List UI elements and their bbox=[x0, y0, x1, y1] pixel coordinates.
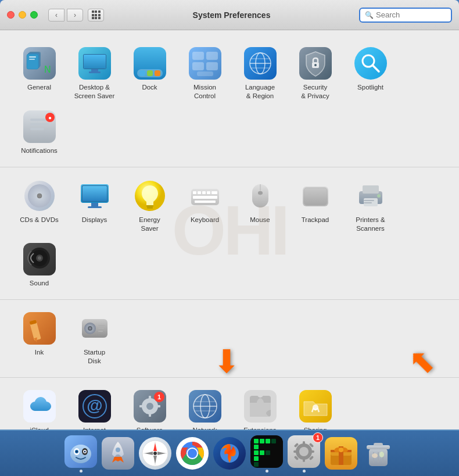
pref-item-sound[interactable]: Sound bbox=[12, 238, 67, 292]
cds-icon bbox=[23, 179, 56, 213]
energy-icon bbox=[133, 179, 167, 213]
pref-item-ink[interactable]: Ink bbox=[12, 307, 67, 362]
svg-rect-186 bbox=[293, 450, 298, 453]
svg-point-44 bbox=[37, 194, 42, 198]
pref-item-software-update[interactable]: 1 SoftwareUpdate bbox=[122, 385, 177, 430]
pref-item-cds[interactable]: CDs & DVDs bbox=[12, 174, 67, 229]
svg-point-146 bbox=[70, 445, 91, 463]
svg-rect-4 bbox=[29, 56, 36, 58]
search-input[interactable] bbox=[376, 10, 446, 19]
maximize-button[interactable] bbox=[30, 11, 38, 19]
search-box[interactable]: 🔍 bbox=[359, 8, 452, 23]
pref-item-dock[interactable]: Dock bbox=[122, 42, 177, 96]
pref-item-icloud[interactable]: iCloud bbox=[12, 385, 67, 430]
pref-item-security[interactable]: Security& Privacy bbox=[288, 42, 343, 105]
dock-item-proxyman[interactable] bbox=[250, 435, 284, 473]
sound-label: Sound bbox=[30, 279, 49, 288]
svg-point-84 bbox=[89, 327, 91, 330]
svg-rect-55 bbox=[198, 191, 201, 194]
pref-row-internet: iCloud @ InternetAccounts bbox=[12, 385, 447, 430]
notifications-icon: ● bbox=[23, 110, 56, 144]
svg-rect-86 bbox=[98, 328, 104, 329]
displays-icon bbox=[78, 179, 112, 213]
notifications-label: Notifications bbox=[21, 146, 58, 155]
forward-button[interactable]: › bbox=[67, 9, 83, 22]
pref-item-sharing[interactable]: Sharing bbox=[288, 385, 343, 430]
dock-item-chrome[interactable] bbox=[175, 436, 209, 470]
icloud-icon bbox=[23, 389, 56, 423]
printers-icon bbox=[354, 179, 388, 213]
mouse-label: Mouse bbox=[250, 216, 270, 224]
svg-rect-85 bbox=[98, 325, 105, 326]
pref-item-energy[interactable]: EnergySaver bbox=[122, 174, 177, 238]
launchpad-dock-icon bbox=[101, 436, 135, 470]
pref-item-internet-accounts[interactable]: @ InternetAccounts bbox=[67, 385, 122, 430]
chevron-left-icon: ‹ bbox=[55, 11, 58, 19]
svg-rect-17 bbox=[155, 70, 160, 76]
svg-rect-56 bbox=[202, 191, 206, 194]
general-icon: N bbox=[23, 46, 56, 80]
svg-rect-39 bbox=[30, 128, 44, 130]
svg-rect-98 bbox=[156, 405, 160, 407]
mission-icon bbox=[188, 46, 222, 80]
dock: 1 bbox=[0, 430, 459, 476]
dock-item-safari[interactable] bbox=[138, 436, 172, 470]
svg-rect-96 bbox=[149, 412, 151, 417]
dock-item-trash[interactable] bbox=[361, 436, 395, 470]
svg-rect-178 bbox=[266, 450, 270, 455]
svg-rect-174 bbox=[271, 439, 276, 443]
back-button[interactable]: ‹ bbox=[48, 9, 64, 22]
section-hardware2: Ink bbox=[0, 300, 459, 378]
dock-item-sysprefs[interactable]: 1 bbox=[287, 435, 321, 473]
dock-icon-pref bbox=[133, 46, 167, 80]
pref-item-network[interactable]: Network bbox=[177, 385, 232, 430]
grid-view-button[interactable] bbox=[88, 9, 104, 22]
svg-rect-187 bbox=[310, 450, 314, 453]
proxyman-dot bbox=[266, 470, 268, 473]
svg-point-163 bbox=[153, 452, 157, 455]
general-label: General bbox=[27, 83, 51, 92]
pref-item-mouse[interactable]: Mouse bbox=[232, 174, 288, 229]
network-label: Network bbox=[192, 426, 217, 430]
pref-row-personal: N General bbox=[12, 42, 447, 160]
pref-item-keyboard[interactable]: Keyboard bbox=[177, 174, 232, 229]
extensions-label: Extensions bbox=[243, 426, 276, 430]
svg-rect-23 bbox=[197, 71, 213, 76]
svg-rect-77 bbox=[23, 312, 56, 345]
pref-item-printers[interactable]: Printers &Scanners bbox=[343, 174, 398, 238]
dock-item-firefox[interactable] bbox=[213, 436, 246, 470]
svg-text:N: N bbox=[44, 65, 51, 74]
dock-item-finder[interactable] bbox=[64, 435, 98, 473]
svg-rect-201 bbox=[367, 445, 390, 449]
firefox-dock-icon bbox=[213, 436, 246, 470]
svg-rect-58 bbox=[211, 191, 217, 194]
pref-item-trackpad[interactable]: Trackpad bbox=[288, 174, 343, 229]
svg-rect-184 bbox=[303, 441, 305, 446]
close-button[interactable] bbox=[7, 11, 15, 19]
safari-dock-icon bbox=[138, 436, 172, 470]
window-title: System Preferences bbox=[116, 10, 347, 20]
sysprefs-dot bbox=[303, 470, 306, 473]
pref-item-language[interactable]: Language& Region bbox=[232, 42, 288, 105]
grid-icon bbox=[92, 10, 101, 19]
minimize-button[interactable] bbox=[19, 11, 26, 19]
extensions-icon bbox=[243, 389, 277, 423]
svg-rect-15 bbox=[139, 70, 145, 76]
proxyman-dock-icon bbox=[250, 435, 284, 468]
svg-point-199 bbox=[339, 448, 343, 452]
pref-item-spotlight[interactable]: Spotlight bbox=[343, 42, 398, 96]
dock-item-launchpad[interactable] bbox=[101, 436, 135, 470]
svg-point-150 bbox=[76, 450, 78, 452]
pref-item-desktop[interactable]: Desktop &Screen Saver bbox=[67, 42, 122, 105]
pref-item-extensions[interactable]: Extensions bbox=[232, 385, 288, 430]
pref-item-mission[interactable]: MissionControl bbox=[177, 42, 232, 105]
dock-item-unarchiver[interactable] bbox=[324, 436, 358, 470]
trackpad-label: Trackpad bbox=[302, 216, 329, 224]
pref-item-general[interactable]: N General bbox=[12, 42, 67, 96]
svg-rect-171 bbox=[254, 439, 259, 443]
pref-item-notifications[interactable]: ● Notifications bbox=[12, 105, 67, 160]
trash-dock-icon bbox=[361, 436, 395, 470]
pref-item-startup[interactable]: StartupDisk bbox=[67, 307, 122, 370]
pref-item-displays[interactable]: Displays bbox=[67, 174, 122, 229]
svg-rect-48 bbox=[91, 203, 98, 206]
